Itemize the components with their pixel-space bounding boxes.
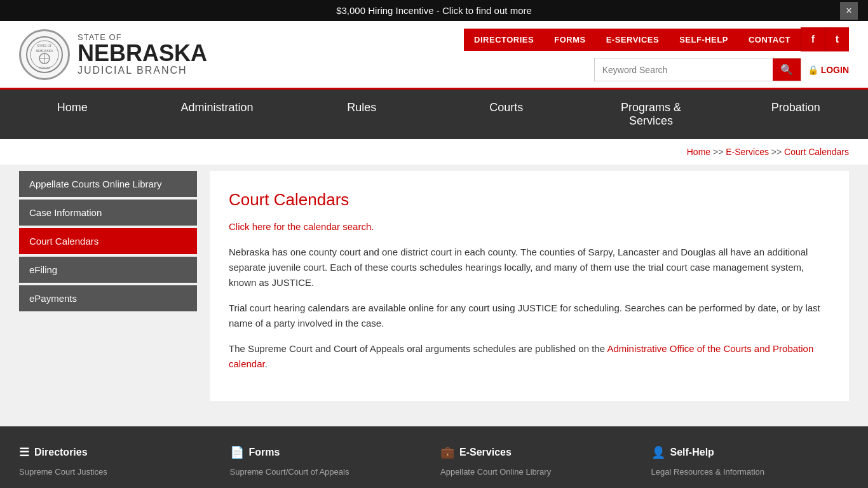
- footer-link[interactable]: Supreme Court Justices: [19, 467, 107, 477]
- list-item: Supreme Court Justices: [19, 467, 217, 477]
- social-icons: f t: [801, 27, 849, 51]
- sidebar-item-epayments[interactable]: ePayments: [19, 285, 197, 311]
- footer-forms-heading: 📄 Forms: [230, 445, 428, 459]
- nebraska-label: NEBRASKA: [78, 42, 207, 65]
- nav-courts[interactable]: Courts: [434, 90, 579, 139]
- facebook-icon[interactable]: f: [801, 27, 825, 51]
- nav-rules[interactable]: Rules: [289, 90, 434, 139]
- list-item: Legal Resources & Information: [651, 467, 850, 477]
- sidebar-item-court-calendars[interactable]: Court Calendars: [19, 228, 197, 254]
- footer-link[interactable]: Legal Resources & Information: [651, 467, 764, 477]
- top-links: DIRECTORIES FORMS E-SERVICES SELF-HELP C…: [464, 29, 801, 51]
- svg-text:JUDICIAL: JUDICIAL: [39, 66, 51, 69]
- sidebar: Appellate Courts Online Library Case Inf…: [19, 171, 197, 401]
- main-nav: Home Administration Rules Courts Program…: [0, 90, 868, 139]
- sidebar-item-case-information[interactable]: Case Information: [19, 200, 197, 226]
- svg-text:NEBRASKA: NEBRASKA: [36, 49, 53, 53]
- eservices-icon: 💼: [440, 445, 454, 459]
- footer-col-forms: 📄 Forms Supreme Court/Court of Appeals: [230, 445, 428, 479]
- calendar-search-link[interactable]: Click here for the calendar search.: [229, 221, 830, 232]
- logo-text: STATE OF NEBRASKA JUDICIAL BRANCH: [78, 32, 207, 76]
- search-row: 🔍 🔒 LOGIN: [594, 58, 849, 81]
- breadcrumb-eservices[interactable]: E-Services: [726, 147, 769, 157]
- close-banner-button[interactable]: ×: [840, 2, 858, 20]
- search-button[interactable]: 🔍: [773, 58, 801, 81]
- body-paragraph-2: Trial court hearing calendars are availa…: [229, 301, 830, 331]
- lock-icon: 🔒: [808, 65, 818, 75]
- paragraph3-after: .: [265, 358, 268, 369]
- directories-icon: ☰: [19, 445, 29, 459]
- logo-area: STATE OF NEBRASKA JUDICIAL STATE OF NEBR…: [19, 29, 207, 80]
- sidebar-item-appellate-courts[interactable]: Appellate Courts Online Library: [19, 171, 197, 197]
- sidebar-item-efiling[interactable]: eFiling: [19, 257, 197, 283]
- svg-text:STATE OF: STATE OF: [37, 44, 52, 48]
- body-paragraph-3: The Supreme Court and Court of Appeals o…: [229, 341, 830, 372]
- top-banner: $3,000 Hiring Incentive - Click to find …: [0, 0, 868, 21]
- judicial-label: JUDICIAL BRANCH: [78, 65, 207, 76]
- contact-link[interactable]: CONTACT: [738, 29, 801, 51]
- breadcrumb-sep1: >>: [713, 147, 723, 157]
- header: STATE OF NEBRASKA JUDICIAL STATE OF NEBR…: [0, 21, 868, 90]
- footer-eservices-heading: 💼 E-Services: [440, 445, 639, 459]
- content-area: Appellate Courts Online Library Case Inf…: [0, 165, 868, 426]
- footer: ☰ Directories Supreme Court Justices 📄 F…: [0, 426, 868, 488]
- nav-administration[interactable]: Administration: [145, 90, 290, 139]
- footer-col-eservices: 💼 E-Services Appellate Court Online Libr…: [440, 445, 639, 479]
- footer-selfhelp-heading: 👤 Self-Help: [651, 445, 850, 459]
- footer-directories-heading: ☰ Directories: [19, 445, 217, 459]
- nav-probation[interactable]: Probation: [723, 90, 868, 139]
- breadcrumb: Home >> E-Services >> Court Calendars: [0, 139, 868, 165]
- logo-seal: STATE OF NEBRASKA JUDICIAL: [19, 29, 70, 80]
- footer-link[interactable]: Appellate Court Online Library: [440, 467, 551, 477]
- footer-link[interactable]: Supreme Court/Court of Appeals: [230, 467, 349, 477]
- nav-home[interactable]: Home: [0, 90, 145, 139]
- search-input[interactable]: [595, 60, 773, 80]
- search-box: 🔍: [594, 58, 801, 81]
- eservices-link[interactable]: E-SERVICES: [596, 29, 670, 51]
- forms-link[interactable]: FORMS: [544, 29, 595, 51]
- list-item: Appellate Court Online Library: [440, 467, 639, 477]
- login-link[interactable]: 🔒 LOGIN: [808, 65, 849, 75]
- page-title: Court Calendars: [229, 190, 830, 210]
- breadcrumb-current: Court Calendars: [784, 147, 849, 157]
- selfhelp-link[interactable]: SELF-HELP: [669, 29, 738, 51]
- header-right: DIRECTORIES FORMS E-SERVICES SELF-HELP C…: [464, 27, 849, 81]
- banner-text: $3,000 Hiring Incentive - Click to find …: [336, 5, 532, 16]
- list-item: Supreme Court/Court of Appeals: [230, 467, 428, 477]
- body-paragraph-1: Nebraska has one county court and one di…: [229, 245, 830, 290]
- forms-icon: 📄: [230, 445, 244, 459]
- directories-link[interactable]: DIRECTORIES: [464, 29, 544, 51]
- main-content: Court Calendars Click here for the calen…: [210, 171, 849, 401]
- selfhelp-icon: 👤: [651, 445, 665, 459]
- footer-col-selfhelp: 👤 Self-Help Legal Resources & Informatio…: [651, 445, 850, 479]
- twitter-icon[interactable]: t: [825, 27, 849, 51]
- footer-col-directories: ☰ Directories Supreme Court Justices: [19, 445, 217, 479]
- paragraph3-before: The Supreme Court and Court of Appeals o…: [229, 343, 607, 354]
- nav-programs-services[interactable]: Programs & Services: [579, 90, 724, 139]
- breadcrumb-sep2: >>: [771, 147, 782, 157]
- breadcrumb-home[interactable]: Home: [687, 147, 710, 157]
